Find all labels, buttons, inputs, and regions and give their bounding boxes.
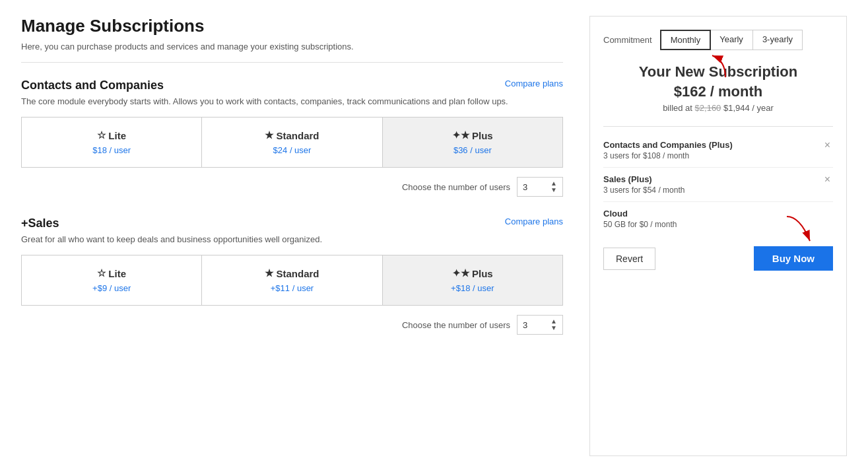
subscription-item-sales: Sales (Plus) 3 users for $54 / month × [603, 168, 833, 202]
arrow-monthly-annotation [706, 54, 745, 81]
sales-section-title: +Sales [21, 217, 59, 230]
sales-item-name: Sales (Plus) [603, 174, 684, 184]
sales-section-desc: Great for all who want to keep deals and… [21, 234, 563, 244]
commitment-tabs: Monthly Yearly 3-yearly [660, 30, 803, 50]
right-panel-footer: Revert Buy Now [603, 246, 833, 271]
contacts-users-arrows: ▲ ▼ [551, 180, 557, 193]
sales-plan-plus[interactable]: ✦★ Plus +$18 / user [383, 255, 562, 305]
contacts-user-count-row: Choose the number of users 3 ▲ ▼ [21, 177, 563, 197]
contacts-section: Contacts and Companies Compare plans The… [21, 79, 563, 197]
contacts-compare-link[interactable]: Compare plans [505, 79, 563, 88]
cloud-item-detail: 50 GB for $0 / month [603, 220, 677, 229]
tab-3yearly[interactable]: 3-yearly [753, 30, 802, 50]
sales-users-label: Choose the number of users [402, 320, 510, 330]
subscription-price: $162 / month [603, 83, 833, 100]
billed-amount: $1,944 / year [723, 103, 774, 113]
sales-plus-icon: ✦★ [452, 267, 469, 279]
sales-plan-standard[interactable]: ★ Standard +$11 / user [202, 255, 382, 305]
tab-monthly[interactable]: Monthly [660, 30, 712, 50]
sales-users-value: 3 [523, 320, 527, 330]
sales-plus-price: +$18 / user [391, 283, 554, 293]
contacts-plan-plus[interactable]: ✦★ Plus $36 / user [383, 118, 562, 167]
contacts-item-remove[interactable]: × [822, 140, 833, 151]
right-panel: Commitment Monthly Yearly 3-yearly Your … [589, 16, 847, 456]
page-subtitle: Here, you can purchase products and serv… [21, 42, 563, 51]
sales-item-remove[interactable]: × [822, 174, 833, 185]
sales-lite-icon: ☆ [97, 267, 106, 279]
sales-users-arrows: ▲ ▼ [551, 318, 557, 331]
left-panel: Manage Subscriptions Here, you can purch… [21, 16, 589, 456]
divider-thin-1 [603, 126, 833, 127]
contacts-section-desc: The core module everybody starts with. A… [21, 96, 563, 106]
buy-now-button[interactable]: Buy Now [754, 246, 833, 271]
contacts-plus-icon: ✦★ [452, 129, 469, 141]
contacts-section-title: Contacts and Companies [21, 79, 164, 92]
contacts-users-value: 3 [523, 182, 527, 192]
contacts-plan-grid: ☆ Lite $18 / user ★ Standard $24 / user … [21, 117, 563, 168]
contacts-plan-lite[interactable]: ☆ Lite $18 / user [22, 118, 202, 167]
divider [21, 62, 563, 63]
arrow-buynow-annotation [780, 213, 820, 246]
contacts-plus-name: ✦★ Plus [391, 129, 554, 141]
sales-standard-name: ★ Standard [210, 267, 374, 279]
sales-standard-icon: ★ [265, 267, 273, 279]
sales-lite-price: +$9 / user [30, 283, 193, 293]
sales-user-count-row: Choose the number of users 3 ▲ ▼ [21, 315, 563, 335]
sales-plan-grid: ☆ Lite +$9 / user ★ Standard +$11 / user… [21, 255, 563, 306]
contacts-item-name: Contacts and Companies (Plus) [603, 140, 733, 150]
sales-plan-lite[interactable]: ☆ Lite +$9 / user [22, 255, 202, 305]
sales-plus-name: ✦★ Plus [391, 267, 554, 279]
contacts-standard-icon: ★ [265, 129, 273, 141]
commitment-label: Commitment [603, 35, 652, 45]
sales-users-select[interactable]: 3 ▲ ▼ [517, 315, 563, 335]
contacts-standard-name: ★ Standard [210, 129, 374, 141]
sales-section: +Sales Compare plans Great for all who w… [21, 217, 563, 335]
tab-yearly[interactable]: Yearly [710, 30, 753, 50]
sales-compare-link[interactable]: Compare plans [505, 217, 563, 226]
sales-lite-name: ☆ Lite [30, 267, 193, 279]
contacts-users-select[interactable]: 3 ▲ ▼ [517, 177, 563, 197]
sales-standard-price: +$11 / user [210, 283, 374, 293]
contacts-lite-name: ☆ Lite [30, 129, 193, 141]
sales-item-detail: 3 users for $54 / month [603, 185, 684, 195]
contacts-standard-price: $24 / user [210, 145, 374, 155]
contacts-lite-price: $18 / user [30, 145, 193, 155]
contacts-section-header: Contacts and Companies Compare plans [21, 79, 563, 92]
page-title: Manage Subscriptions [21, 16, 563, 36]
sales-section-header: +Sales Compare plans [21, 217, 563, 230]
billed-strikethrough: $2,160 [695, 103, 721, 113]
billed-prefix: billed at [663, 103, 692, 113]
subscription-billed: billed at $2,160 $1,944 / year [603, 103, 833, 113]
contacts-lite-icon: ☆ [97, 129, 106, 141]
contacts-plus-price: $36 / user [391, 145, 554, 155]
contacts-plan-standard[interactable]: ★ Standard $24 / user [202, 118, 382, 167]
contacts-users-label: Choose the number of users [402, 182, 510, 192]
cloud-item-name: Cloud [603, 209, 677, 219]
revert-button[interactable]: Revert [603, 248, 655, 270]
contacts-item-detail: 3 users for $108 / month [603, 151, 733, 160]
subscription-item-contacts: Contacts and Companies (Plus) 3 users fo… [603, 133, 833, 168]
commitment-row: Commitment Monthly Yearly 3-yearly [603, 30, 833, 50]
